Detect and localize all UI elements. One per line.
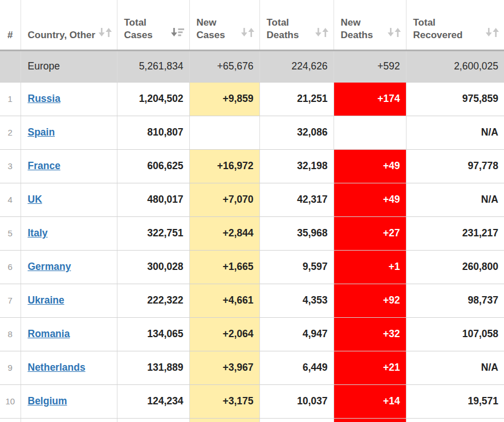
summary-row-europe: Europe 5,261,834 +65,676 224,626 +592 2,… (0, 50, 504, 82)
country-link[interactable]: Germany (28, 261, 71, 272)
country-link[interactable]: UK (28, 194, 42, 205)
new-deaths-cell: +21 (334, 351, 406, 384)
column-header-total-recovered[interactable]: Total Recovered (406, 0, 504, 50)
new-deaths-cell: +14 (334, 384, 406, 418)
sort-descending-active-icon[interactable] (171, 28, 184, 40)
new-cases-cell (189, 116, 259, 149)
total-recovered-cell: N/A (406, 116, 504, 149)
table-row: 3 France 606,625 +16,972 32,198 +49 97,7… (0, 149, 504, 183)
table-body: Europe 5,261,834 +65,676 224,626 +592 2,… (0, 50, 504, 422)
rank-cell: 8 (0, 317, 21, 351)
total-deaths-cell (259, 418, 334, 422)
country-cell: France (21, 149, 117, 183)
total-recovered-cell: 260,800 (406, 250, 504, 284)
column-header-country[interactable]: Country, Other (21, 0, 117, 50)
rank-cell: 4 (0, 183, 21, 216)
total-cases-cell: 124,234 (117, 384, 189, 418)
total-cases-cell: 5,261,834 (117, 50, 189, 82)
table-row: 9 Netherlands 131,889 +3,967 6,449 +21 N… (0, 351, 504, 384)
new-cases-cell: +9,859 (189, 82, 259, 116)
new-deaths-cell: +174 (334, 82, 406, 116)
rank-cell: 7 (0, 284, 21, 317)
new-cases-cell: +16,972 (189, 149, 259, 183)
new-deaths-cell: +592 (334, 50, 406, 82)
column-header-new-cases-label: New Cases (197, 17, 239, 42)
sort-both-icon[interactable] (388, 28, 401, 40)
column-header-total-cases[interactable]: Total Cases (117, 0, 189, 50)
total-deaths-cell: 42,317 (259, 183, 334, 216)
sort-both-icon[interactable] (315, 28, 328, 40)
table-row: 2 Spain 810,807 32,086 N/A (0, 116, 504, 149)
covid-stats-page: # Country, Other Total Cases (0, 0, 504, 422)
country-cell: Italy (21, 216, 117, 250)
country-link[interactable]: Ukraine (28, 294, 64, 306)
country-link[interactable]: France (28, 160, 60, 171)
column-header-total-deaths[interactable]: Total Deaths (259, 0, 334, 50)
rank-cell: 5 (0, 216, 21, 250)
total-recovered-cell: N/A (406, 183, 504, 216)
region-cell: Europe (21, 50, 117, 82)
column-header-total-deaths-label: Total Deaths (267, 17, 313, 42)
new-deaths-cell: +27 (334, 216, 406, 250)
new-deaths-cell: +1 (334, 250, 406, 284)
column-header-new-deaths-label: New Deaths (341, 17, 385, 42)
new-deaths-cell: +49 (334, 149, 406, 183)
rank-cell: 2 (0, 116, 21, 149)
total-cases-cell: 300,028 (117, 250, 189, 284)
table-row: 10 Belgium 124,234 +3,175 10,037 +14 19,… (0, 384, 504, 418)
column-header-rank-label: # (7, 30, 13, 40)
total-recovered-cell: 97,778 (406, 149, 504, 183)
total-deaths-cell: 4,947 (259, 317, 334, 351)
total-deaths-cell: 35,968 (259, 216, 334, 250)
total-deaths-cell: 10,037 (259, 384, 334, 418)
total-recovered-cell: 975,859 (406, 82, 504, 116)
country-link[interactable]: Belgium (28, 395, 67, 407)
country-cell: Netherlands (21, 351, 117, 384)
column-header-rank[interactable]: # (0, 0, 21, 50)
total-recovered-cell: N/A (406, 351, 504, 384)
total-recovered-cell: 98,737 (406, 284, 504, 317)
total-cases-cell: 1,204,502 (117, 82, 189, 116)
total-cases-cell: 606,625 (117, 149, 189, 183)
new-cases-cell: +2,844 (189, 216, 259, 250)
new-cases-cell: +7,070 (189, 183, 259, 216)
country-link[interactable]: Netherlands (28, 362, 86, 373)
table-row: 6 Germany 300,028 +1,665 9,597 +1 260,80… (0, 250, 504, 284)
table-row: 4 UK 480,017 +7,070 42,317 +49 N/A (0, 183, 504, 216)
rank-cell: 6 (0, 250, 21, 284)
total-deaths-cell: 4,353 (259, 284, 334, 317)
country-cell (21, 418, 117, 422)
sort-both-icon[interactable] (99, 28, 112, 40)
column-header-new-cases[interactable]: New Cases (189, 0, 259, 50)
new-cases-cell: +1,665 (189, 250, 259, 284)
total-deaths-cell: 32,198 (259, 149, 334, 183)
total-deaths-cell: 9,597 (259, 250, 334, 284)
total-deaths-cell: 6,449 (259, 351, 334, 384)
country-cell: Spain (21, 116, 117, 149)
rank-cell: 1 (0, 82, 21, 116)
new-cases-cell: +65,676 (189, 50, 259, 82)
rank-cell: 3 (0, 149, 21, 183)
country-link[interactable]: Italy (28, 227, 48, 239)
column-header-new-deaths[interactable]: New Deaths (334, 0, 406, 50)
total-cases-cell: 480,017 (117, 183, 189, 216)
covid-stats-table: # Country, Other Total Cases (0, 0, 504, 422)
country-cell: Ukraine (21, 284, 117, 317)
country-link[interactable]: Spain (28, 126, 55, 138)
sort-both-icon[interactable] (486, 28, 499, 40)
country-cell: Romania (21, 317, 117, 351)
column-header-total-recovered-label: Total Recovered (413, 17, 484, 42)
new-cases-cell: +3,175 (189, 384, 259, 418)
total-cases-cell: 322,751 (117, 216, 189, 250)
new-deaths-cell (334, 418, 406, 422)
table-row: 8 Romania 134,065 +2,064 4,947 +32 107,0… (0, 317, 504, 351)
table-row: 5 Italy 322,751 +2,844 35,968 +27 231,21… (0, 216, 504, 250)
total-recovered-cell (406, 418, 504, 422)
country-link[interactable]: Romania (28, 328, 70, 339)
country-cell: Belgium (21, 384, 117, 418)
new-cases-cell: +2,064 (189, 317, 259, 351)
sort-both-icon[interactable] (241, 28, 254, 40)
total-deaths-cell: 224,626 (259, 50, 334, 82)
country-link[interactable]: Russia (28, 93, 60, 104)
rank-cell: 9 (0, 351, 21, 384)
